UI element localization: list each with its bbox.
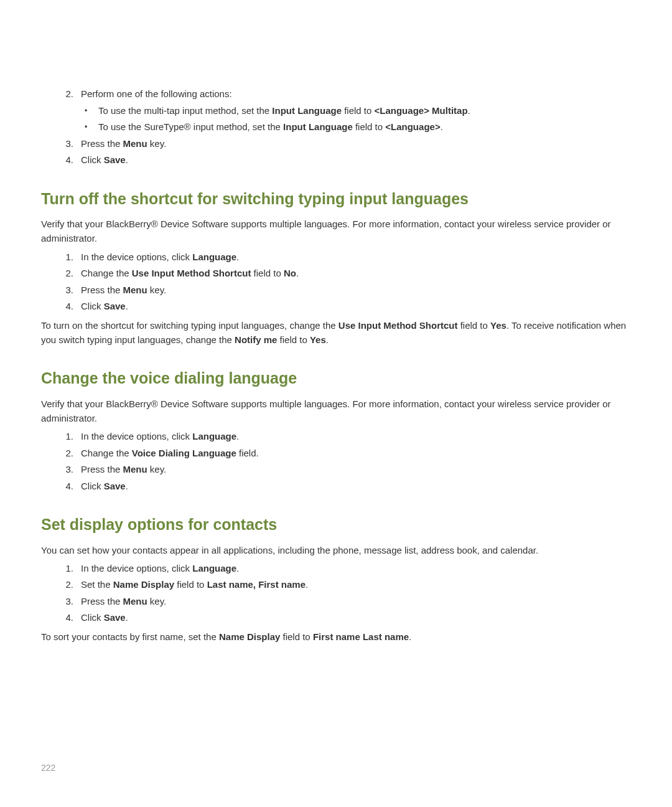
bold-text: Last name, First name: [207, 579, 306, 590]
section-heading-voice-dialing: Change the voice dialing language: [41, 367, 631, 390]
step-number: 4.: [54, 153, 81, 168]
text-span: field to: [342, 105, 375, 116]
list-item: 2. Set the Name Display field to Last na…: [54, 578, 631, 592]
bold-text: Menu: [123, 138, 147, 149]
text-span: field to: [251, 268, 284, 278]
step-number: 3.: [54, 137, 81, 151]
step-number: 3.: [54, 463, 81, 477]
text-span: To use the SureType® input method, set t…: [98, 121, 283, 132]
step-list: 1. In the device options, click Language…: [54, 430, 631, 493]
step-number: 1.: [54, 562, 81, 576]
step-list: 1. In the device options, click Language…: [54, 562, 631, 625]
text-span: .: [296, 268, 299, 278]
bold-text: Language: [192, 252, 236, 262]
list-item: 2. Change the Voice Dialing Language fie…: [54, 446, 631, 461]
document-content: 2. Perform one of the following actions:…: [41, 87, 631, 644]
text-span: In the device options, click: [81, 431, 192, 441]
page-number: 222: [41, 763, 55, 773]
text-span: Click: [81, 301, 104, 311]
bold-text: Input Language: [283, 121, 353, 132]
step-number: 2.: [54, 446, 81, 461]
text-span: .: [236, 431, 239, 441]
step-number: 1.: [54, 430, 81, 444]
list-item: 3. Press the Menu key.: [54, 595, 631, 609]
step-text: Click Save.: [81, 611, 631, 625]
text-span: To use the multi-tap input method, set t…: [98, 105, 272, 116]
bold-text: Menu: [123, 596, 147, 606]
intro-paragraph: Verify that your BlackBerry® Device Soft…: [41, 397, 631, 426]
bullet-marker: •: [85, 104, 98, 118]
step-text: Change the Use Input Method Shortcut fie…: [81, 267, 631, 281]
step-list: 1. In the device options, click Language…: [54, 250, 631, 314]
text-span: Press the: [81, 464, 123, 474]
text-span: .: [126, 154, 128, 165]
section-heading-display-options: Set display options for contacts: [41, 513, 631, 537]
bold-text: No: [284, 268, 296, 278]
text-span: key.: [147, 464, 167, 474]
step-text: Press the Menu key.: [81, 463, 631, 477]
bold-text: Input Language: [272, 105, 342, 116]
step-number: 1.: [54, 250, 81, 265]
list-item: 4. Click Save.: [54, 479, 631, 494]
bullet-item: • To use the SureType® input method, set…: [85, 120, 631, 134]
outro-paragraph: To sort your contacts by first name, set…: [41, 630, 631, 644]
bold-text: Menu: [123, 285, 147, 295]
text-span: Press the: [81, 138, 123, 149]
text-span: field to: [353, 121, 386, 132]
step-text: Click Save.: [81, 153, 631, 168]
step-text: Press the Menu key.: [81, 595, 631, 609]
text-span: Change the: [81, 268, 132, 278]
list-item: 3. Press the Menu key.: [54, 137, 631, 151]
text-span: key.: [147, 596, 167, 606]
list-item: 4. Click Save.: [54, 300, 631, 314]
step-number: 3.: [54, 595, 81, 609]
text-span: In the device options, click: [81, 252, 192, 262]
bold-text: Yes: [310, 334, 326, 345]
list-item: 1. In the device options, click Language…: [54, 562, 631, 576]
bold-text: Language: [192, 563, 236, 573]
text-span: .: [306, 579, 308, 590]
bold-text: Notify me: [235, 334, 277, 345]
list-item: 1. In the device options, click Language…: [54, 250, 631, 265]
bold-text: Save: [104, 612, 126, 623]
text-span: field to: [277, 334, 310, 345]
text-span: Click: [81, 154, 104, 165]
section-heading-shortcut: Turn off the shortcut for switching typi…: [41, 187, 631, 211]
step-text: In the device options, click Language.: [81, 562, 631, 576]
bold-text: <Language>: [385, 121, 440, 132]
bold-text: Name Display: [113, 579, 174, 590]
list-item: 4. Click Save.: [54, 611, 631, 625]
bold-text: Yes: [490, 320, 506, 331]
bold-text: Language: [192, 431, 236, 441]
text-span: Change the: [81, 448, 132, 458]
text-span: .: [409, 631, 411, 642]
bullet-text: To use the SureType® input method, set t…: [98, 120, 631, 134]
text-span: Click: [81, 612, 104, 623]
list-item: 3. Press the Menu key.: [54, 463, 631, 477]
text-span: Press the: [81, 285, 123, 295]
text-span: Set the: [81, 579, 113, 590]
text-span: Click: [81, 481, 104, 491]
text-span: .: [468, 105, 470, 116]
bullet-text: To use the multi-tap input method, set t…: [98, 104, 631, 118]
list-item: 3. Press the Menu key.: [54, 283, 631, 298]
outro-paragraph: To turn on the shortcut for switching ty…: [41, 318, 631, 347]
step-text: Click Save.: [81, 300, 631, 314]
bold-text: <Language> Multitap: [375, 105, 468, 116]
text-span: Press the: [81, 596, 123, 606]
bullet-item: • To use the multi-tap input method, set…: [85, 104, 631, 118]
intro-paragraph: Verify that your BlackBerry® Device Soft…: [41, 217, 631, 246]
bold-text: Voice Dialing Language: [132, 448, 236, 458]
step-number: 2.: [54, 578, 81, 592]
step-number: 4.: [54, 300, 81, 314]
text-span: In the device options, click: [81, 563, 192, 573]
step-text: In the device options, click Language.: [81, 430, 631, 444]
text-span: .: [441, 121, 443, 132]
step-list-continuation: 2. Perform one of the following actions:…: [54, 87, 631, 168]
text-span: .: [126, 301, 128, 311]
list-item: 2. Perform one of the following actions:: [54, 87, 631, 101]
step-text: In the device options, click Language.: [81, 250, 631, 265]
step-text: Click Save.: [81, 479, 631, 494]
step-number: 4.: [54, 611, 81, 625]
text-span: .: [236, 252, 239, 262]
